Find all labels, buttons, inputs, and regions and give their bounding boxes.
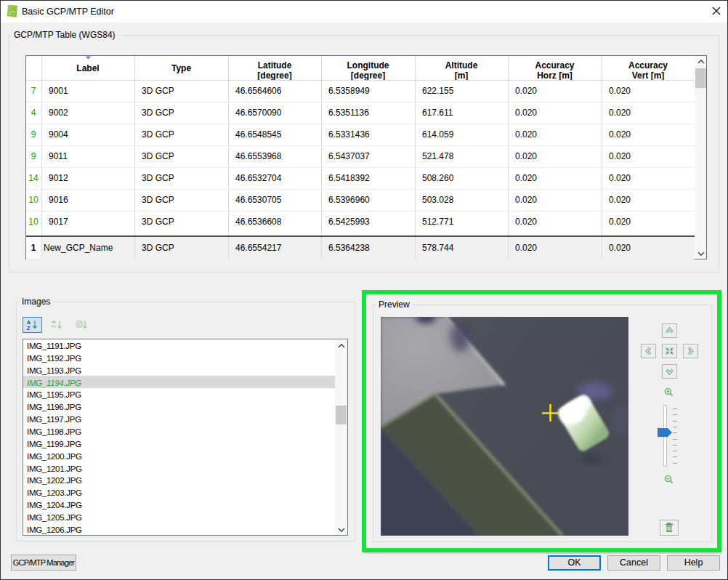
svg-text:Z: Z (27, 326, 31, 331)
svg-text:A: A (27, 320, 31, 325)
